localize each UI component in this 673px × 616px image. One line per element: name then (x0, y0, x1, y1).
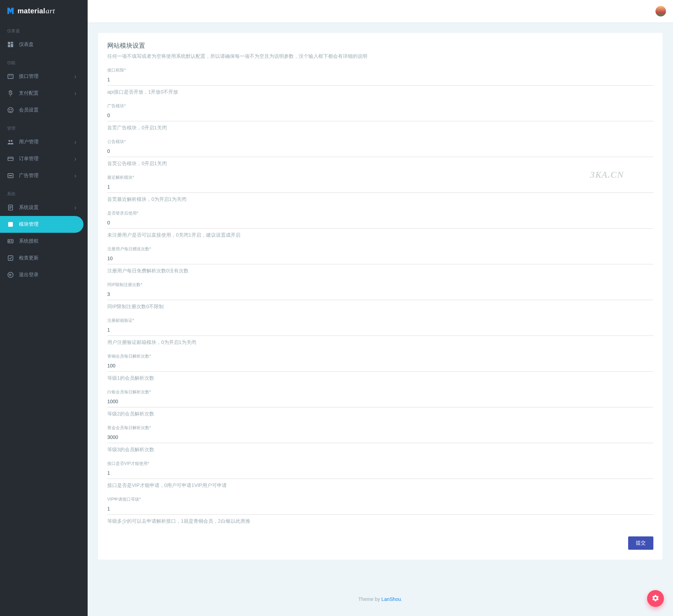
sidebar-item-label: 检查更新 (19, 255, 76, 261)
gear-icon (652, 594, 659, 603)
field-label: 青铜会员每日解析次数* (107, 353, 653, 359)
api-icon (7, 73, 14, 80)
submit-button[interactable]: 提交 (628, 536, 653, 550)
users-icon (7, 138, 14, 145)
field-label: 黄金会员每日解析次数* (107, 425, 653, 431)
sidebar-item-label: 退出登录 (19, 272, 76, 278)
field-input[interactable] (107, 468, 653, 479)
sidebar-item-update[interactable]: 检查更新 (0, 250, 83, 266)
module-icon (7, 221, 14, 228)
field-input[interactable] (107, 325, 653, 336)
form-field: 同IP限制注册次数*同IP限制注册次数0不限制 (107, 282, 653, 315)
field-label: 接口是否VIP才能使用* (107, 461, 653, 467)
footer-suffix: . (401, 596, 402, 602)
svg-rect-1 (9, 76, 10, 76)
field-input[interactable] (107, 397, 653, 407)
logout-icon (7, 271, 14, 278)
svg-rect-2 (11, 76, 12, 76)
field-help: 等级3的会员解析次数 (107, 443, 653, 458)
sidebar-item-orders[interactable]: 订单管理 › (0, 150, 83, 167)
card-icon (7, 155, 14, 162)
sidebar: materialart 仪表盘 仪表盘 功能 接口管理 › 支付配置 › (0, 0, 88, 616)
field-input[interactable] (107, 146, 653, 157)
chevron-right-icon: › (74, 156, 76, 162)
svg-rect-23 (8, 256, 13, 260)
page-subtitle: 任何一项不填写或者为空将使用系统默认配置，所以请确保每一项不为空且为说明参数，没… (107, 53, 653, 60)
nav-heading: 功能 (0, 55, 88, 68)
field-input[interactable] (107, 432, 653, 443)
field-label: 白银会员每日解析次数* (107, 389, 653, 395)
chevron-right-icon: › (74, 90, 76, 96)
nav-section-manage: 管理 用户管理 › 订单管理 › 广告管理 › (0, 119, 88, 184)
svg-point-4 (9, 109, 10, 110)
sidebar-item-dashboard[interactable]: 仪表盘 (0, 36, 83, 53)
field-input[interactable] (107, 253, 653, 264)
form-field: 接口是否VIP才能使用*接口是否是VIP才能申请，0用户可申请1VIP用户可申请 (107, 461, 653, 494)
field-input[interactable] (107, 361, 653, 372)
sidebar-item-member[interactable]: 会员设置 (0, 102, 83, 119)
field-label: 同IP限制注册次数* (107, 282, 653, 288)
form-field: 公告模块*首页公告模块，0开启1关闭 (107, 139, 653, 172)
sidebar-item-payment[interactable]: 支付配置 › (0, 85, 83, 102)
field-help: 接口是否是VIP才能申请，0用户可申请1VIP用户可申请 (107, 479, 653, 494)
sidebar-item-ads[interactable]: 广告管理 › (0, 167, 83, 184)
field-help: 未注册用户是否可以直接使用，0关闭1开启，建议设置成开启 (107, 229, 653, 243)
form-field: 接口权限*api接口是否开放，1开放0不开放 (107, 67, 653, 100)
chevron-right-icon: › (74, 204, 76, 211)
sidebar-item-label: 系统授权 (19, 238, 76, 244)
settings-fab[interactable] (647, 590, 664, 607)
field-input[interactable] (107, 110, 653, 121)
field-help: 同IP限制注册次数0不限制 (107, 300, 653, 315)
footer-link[interactable]: LanShou (381, 596, 401, 602)
field-help: 用户注册验证邮箱模块，0为开启1为关闭 (107, 336, 653, 351)
field-label: 接口权限* (107, 67, 653, 73)
sidebar-item-label: 系统设置 (19, 204, 69, 211)
ad-icon (7, 172, 14, 179)
form-field: 青铜会员每日解析次数*等级1的会员解析次数 (107, 353, 653, 386)
svg-point-7 (11, 140, 13, 142)
sidebar-item-module[interactable]: 模块管理 (0, 216, 83, 233)
sidebar-item-label: 广告管理 (19, 172, 69, 179)
sidebar-item-label: 支付配置 (19, 90, 69, 96)
svg-rect-8 (8, 157, 13, 161)
settings-card: 3KA.CN 网站模块设置 任何一项不填写或者为空将使用系统默认配置，所以请确保… (98, 33, 662, 560)
field-help: 首页公告模块，0开启1关闭 (107, 157, 653, 172)
form-field: 广告模块*首页广告模块，0开启1关闭 (107, 103, 653, 136)
nav-heading: 仪表盘 (0, 23, 88, 36)
sidebar-item-label: 订单管理 (19, 156, 69, 162)
svg-rect-0 (8, 74, 13, 79)
sidebar-item-license[interactable]: 系统授权 (0, 233, 83, 250)
field-help: 首页广告模块，0开启1关闭 (107, 121, 653, 136)
field-help: 等级多少的可以去申请解析接口，1就是青铜会员，2白银以此类推 (107, 515, 653, 529)
field-help: 等级1的会员解析次数 (107, 372, 653, 386)
sidebar-item-label: 会员设置 (19, 107, 76, 113)
smile-icon (7, 107, 14, 114)
update-icon (7, 255, 14, 262)
sidebar-item-label: 用户管理 (19, 139, 69, 145)
field-label: 公告模块* (107, 139, 653, 145)
sidebar-item-label: 模块管理 (19, 221, 76, 228)
footer-prefix: Theme by (358, 596, 381, 602)
field-input[interactable] (107, 182, 653, 193)
nav-section-features: 功能 接口管理 › 支付配置 › 会员设置 (0, 53, 88, 119)
sidebar-item-api[interactable]: 接口管理 › (0, 68, 83, 85)
form-field: 白银会员每日解析次数*等级2的会员解析次数 (107, 389, 653, 422)
svg-point-3 (8, 108, 13, 113)
brand-logo[interactable]: materialart (0, 0, 88, 21)
field-input[interactable] (107, 218, 653, 229)
form-field: 最近解析模块*首页最近解析模块，0为开启1为关闭 (107, 175, 653, 208)
sidebar-item-users[interactable]: 用户管理 › (0, 134, 83, 150)
svg-point-11 (9, 175, 10, 176)
brand-name: materialart (18, 6, 55, 15)
sidebar-item-settings[interactable]: 系统设置 › (0, 199, 83, 216)
form-field: 黄金会员每日解析次数*等级3的会员解析次数 (107, 425, 653, 458)
field-help: 首页最近解析模块，0为开启1为关闭 (107, 193, 653, 208)
field-help: api接口是否开放，1开放0不开放 (107, 86, 653, 100)
field-input[interactable] (107, 289, 653, 300)
nav-heading: 系统 (0, 186, 88, 199)
avatar[interactable] (655, 6, 666, 16)
svg-point-12 (10, 175, 11, 176)
field-input[interactable] (107, 504, 653, 515)
sidebar-item-logout[interactable]: 退出登录 (0, 266, 83, 283)
field-input[interactable] (107, 75, 653, 86)
